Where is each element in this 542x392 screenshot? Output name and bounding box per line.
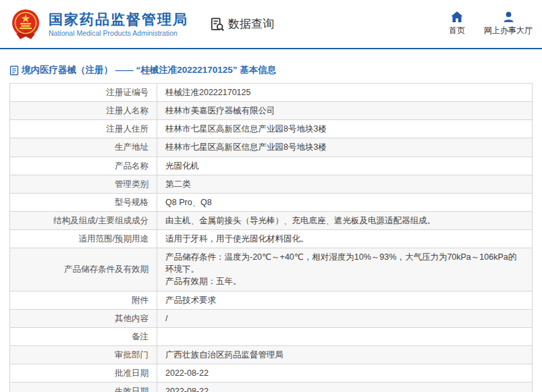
field-value: 桂林市美嘉医疗器械有限公司 — [157, 102, 533, 120]
field-label: 生效日期 — [10, 383, 157, 392]
nav-home-label: 首页 — [449, 25, 465, 36]
table-row: 结构及组成/主要组成成分由主机、金属前接头（导光棒）、充电底座、遮光板及电源适配… — [10, 211, 533, 229]
table-row: 附件产品技术要求 — [10, 291, 533, 309]
field-value: 2022-08-22 — [157, 364, 533, 383]
field-value: 光固化机 — [157, 157, 533, 175]
field-label: 注册证编号 — [10, 84, 157, 102]
data-query-label: 数据查询 — [228, 16, 274, 32]
table-row: 备注 — [10, 327, 533, 345]
field-label: 其他内容 — [10, 309, 157, 327]
field-value: 适用于牙科，用于使光固化材料固化。 — [157, 230, 533, 248]
field-label: 结构及组成/主要组成成分 — [10, 211, 157, 229]
table-row: 型号规格Q8 Pro、Q8 — [10, 193, 533, 211]
table-row: 其他内容/ — [10, 309, 533, 327]
field-label: 附件 — [10, 291, 157, 309]
field-value: 桂林市七星区高新区信息产业园8号地块3楼 — [157, 120, 533, 138]
field-value: 桂械注准20222170125 — [157, 84, 533, 102]
org-name-cn: 国家药品监督管理局 — [49, 11, 188, 28]
field-value: / — [157, 309, 533, 327]
table-row: 生产地址桂林市七星区高新区信息产业园8号地块3楼 — [10, 138, 533, 157]
national-emblem-icon — [9, 8, 42, 40]
field-label: 型号规格 — [10, 193, 157, 211]
field-label: 生产地址 — [10, 138, 157, 157]
field-label: 产品储存条件及有效期 — [10, 248, 157, 291]
field-value: 产品储存条件：温度为-20℃～+40℃，相对湿度为10%～93%，大气压力为70… — [157, 248, 533, 291]
field-value-line: 产品储存条件：温度为-20℃～+40℃，相对湿度为10%～93%，大气压力为70… — [165, 251, 524, 275]
field-value-line: 产品有效期：五年。 — [165, 275, 524, 287]
table-row: 注册人住所桂林市七星区高新区信息产业园8号地块3楼 — [10, 120, 533, 138]
site-logo[interactable]: 国家药品监督管理局 National Medical Products Admi… — [9, 8, 188, 40]
table-row: 产品储存条件及有效期产品储存条件：温度为-20℃～+40℃，相对湿度为10%～9… — [10, 248, 533, 291]
header-nav: 首页 网上办事大厅 — [449, 11, 533, 36]
nav-service-hall[interactable]: 网上办事大厅 — [484, 11, 533, 36]
field-label: 适用范围/预期用途 — [10, 230, 157, 248]
field-value: 广西壮族自治区药品监督管理局 — [157, 345, 533, 364]
document-icon — [9, 65, 19, 76]
table-row: 适用范围/预期用途适用于牙科，用于使光固化材料固化。 — [10, 230, 533, 248]
org-name-en: National Medical Products Administration — [49, 29, 188, 37]
field-label: 备注 — [10, 327, 157, 345]
info-table-body: 注册证编号桂械注准20222170125注册人名称桂林市美嘉医疗器械有限公司注册… — [10, 84, 533, 392]
field-label: 注册人名称 — [10, 102, 157, 120]
field-value: Q8 Pro、Q8 — [157, 193, 533, 211]
page-root: 国家药品监督管理局 National Medical Products Admi… — [0, 0, 542, 392]
table-row: 注册证编号桂械注准20222170125 — [10, 84, 533, 102]
field-label: 审批部门 — [10, 345, 157, 364]
table-row: 管理类别第二类 — [10, 175, 533, 193]
user-icon — [503, 11, 514, 22]
field-value — [157, 327, 533, 345]
data-query-icon — [210, 17, 225, 32]
field-label: 管理类别 — [10, 175, 157, 193]
field-value: 2022-08-22 — [157, 383, 533, 392]
table-row: 批准日期2022-08-22 — [10, 364, 533, 383]
table-row: 注册人名称桂林市美嘉医疗器械有限公司 — [10, 102, 533, 120]
page-title: 境内医疗器械（注册） —— “桂械注准20222170125” 基本信息 — [9, 64, 533, 76]
field-value: 由主机、金属前接头（导光棒）、充电底座、遮光板及电源适配器组成。 — [157, 211, 533, 229]
nav-service-hall-label: 网上办事大厅 — [484, 25, 533, 36]
field-value: 第二类 — [157, 175, 533, 193]
field-label: 产品名称 — [10, 157, 157, 175]
table-row: 审批部门广西壮族自治区药品监督管理局 — [10, 345, 533, 364]
table-row: 产品名称光固化机 — [10, 157, 533, 175]
field-label: 批准日期 — [10, 364, 157, 383]
home-icon — [451, 11, 463, 22]
field-value: 桂林市七星区高新区信息产业园8号地块3楼 — [157, 138, 533, 157]
table-row: 生效日期2022-08-22 — [10, 383, 533, 392]
data-query-tab[interactable]: 数据查询 — [210, 16, 274, 32]
info-table: 注册证编号桂械注准20222170125注册人名称桂林市美嘉医疗器械有限公司注册… — [9, 83, 533, 392]
page-title-text: 境内医疗器械（注册） —— “桂械注准20222170125” 基本信息 — [22, 64, 276, 76]
field-value: 产品技术要求 — [157, 291, 533, 309]
site-header: 国家药品监督管理局 National Medical Products Admi… — [0, 0, 542, 49]
org-names: 国家药品监督管理局 National Medical Products Admi… — [49, 11, 188, 37]
nav-home[interactable]: 首页 — [449, 11, 465, 36]
field-label: 注册人住所 — [10, 120, 157, 138]
